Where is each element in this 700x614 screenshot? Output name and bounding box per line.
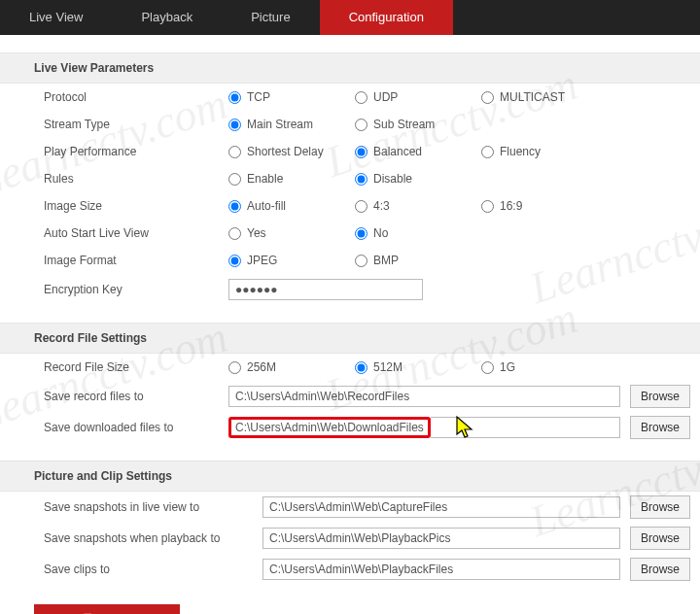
- tab-playback[interactable]: Playback: [112, 0, 222, 35]
- label-snapshot-playback: Save snapshots when playback to: [44, 531, 262, 545]
- configuration-panel: Live View Parameters Protocol TCP UDP MU…: [0, 52, 700, 614]
- label-auto-start: Auto Start Live View: [44, 226, 228, 240]
- snapshot-playback-path-input[interactable]: [262, 528, 620, 549]
- tab-configuration[interactable]: Configuration: [320, 0, 453, 35]
- save-downloaded-path-display[interactable]: C:\Users\Admin\Web\DownloadFiles: [235, 421, 424, 434]
- radio-size-autofill[interactable]: Auto-fill: [228, 199, 335, 213]
- radio-size-169[interactable]: 16:9: [481, 199, 588, 213]
- browse-record-button[interactable]: Browse: [630, 385, 690, 408]
- radio-format-jpeg[interactable]: JPEG: [228, 254, 335, 267]
- label-save-downloaded: Save downloaded files to: [44, 421, 228, 434]
- label-image-format: Image Format: [44, 254, 228, 267]
- label-stream-type: Stream Type: [44, 118, 228, 131]
- browse-snapshot-liveview-button[interactable]: Browse: [630, 495, 690, 519]
- save-record-path-input[interactable]: [228, 386, 620, 407]
- save-button[interactable]: Save: [34, 604, 180, 614]
- label-record-file-size: Record File Size: [44, 360, 228, 374]
- browse-clips-button[interactable]: Browse: [630, 558, 690, 581]
- label-protocol: Protocol: [44, 90, 228, 104]
- radio-rules-disable[interactable]: Disable: [355, 172, 462, 186]
- radio-stream-main[interactable]: Main Stream: [228, 118, 335, 131]
- radio-size-512m[interactable]: 512M: [355, 360, 462, 374]
- browse-snapshot-playback-button[interactable]: Browse: [630, 527, 690, 550]
- label-rules: Rules: [44, 172, 228, 186]
- radio-autostart-yes[interactable]: Yes: [228, 226, 335, 240]
- label-save-clips: Save clips to: [44, 563, 262, 576]
- encryption-key-input[interactable]: [228, 279, 423, 300]
- save-clips-path-input[interactable]: [262, 559, 620, 580]
- snapshot-liveview-path-input[interactable]: [262, 496, 620, 518]
- radio-protocol-multicast[interactable]: MULTICAST: [481, 90, 588, 104]
- radio-stream-sub[interactable]: Sub Stream: [355, 118, 462, 131]
- section-live-view-params: Live View Parameters: [0, 52, 700, 84]
- radio-perf-balanced[interactable]: Balanced: [355, 145, 462, 158]
- radio-perf-fluency[interactable]: Fluency: [481, 145, 588, 158]
- radio-protocol-udp[interactable]: UDP: [355, 90, 462, 104]
- label-encryption-key: Encryption Key: [44, 283, 228, 296]
- radio-autostart-no[interactable]: No: [355, 226, 462, 240]
- top-nav: Live View Playback Picture Configuration: [0, 0, 700, 35]
- radio-perf-shortest[interactable]: Shortest Delay: [228, 145, 335, 158]
- radio-protocol-tcp[interactable]: TCP: [228, 90, 335, 104]
- tab-live-view[interactable]: Live View: [0, 0, 112, 35]
- browse-downloaded-button[interactable]: Browse: [630, 416, 690, 439]
- tab-picture[interactable]: Picture: [222, 0, 319, 35]
- radio-format-bmp[interactable]: BMP: [355, 254, 462, 267]
- label-play-performance: Play Performance: [44, 145, 228, 158]
- radio-rules-enable[interactable]: Enable: [228, 172, 335, 186]
- section-record-file: Record File Settings: [0, 323, 700, 354]
- radio-size-1g[interactable]: 1G: [481, 360, 588, 374]
- section-picture-clip: Picture and Clip Settings: [0, 460, 700, 492]
- download-path-highlight: C:\Users\Admin\Web\DownloadFiles: [228, 417, 431, 438]
- radio-size-43[interactable]: 4:3: [355, 199, 462, 213]
- radio-size-256m[interactable]: 256M: [228, 360, 335, 374]
- label-image-size: Image Size: [44, 199, 228, 213]
- label-save-record: Save record files to: [44, 390, 228, 403]
- label-snapshot-liveview: Save snapshots in live view to: [44, 500, 262, 514]
